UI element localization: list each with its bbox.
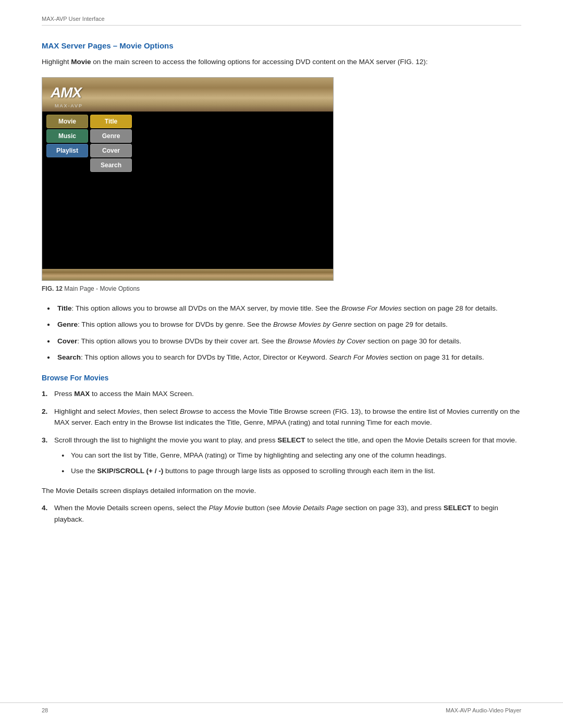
search-button[interactable]: Search xyxy=(90,158,132,172)
step-2: 2. Highlight and select Movies, then sel… xyxy=(42,406,521,428)
standalone-text: The Movie Details screen displays detail… xyxy=(42,485,521,497)
fig-num: FIG. 12 xyxy=(42,285,63,292)
step4-select: SELECT xyxy=(444,504,471,512)
caption-text: Main Page - Movie Options xyxy=(64,285,140,292)
step-1: 1. Press MAX to access the Main MAX Scre… xyxy=(42,388,521,400)
music-button[interactable]: Music xyxy=(46,129,88,143)
product-name: MAX-AVP Audio-Video Player xyxy=(446,707,521,713)
sub-bullet-skip: Use the SKIP/SCROLL (+ / -) buttons to p… xyxy=(62,465,521,477)
svg-text:AMX: AMX xyxy=(51,84,83,100)
step2-movies: Movies xyxy=(118,408,140,415)
amx-logo-text: AMX xyxy=(51,84,87,102)
screenshot-menu: Movie Music Playlist Title Genre Cover S… xyxy=(42,112,333,175)
step-3: 3. Scroll through the list to highlight … xyxy=(42,435,521,477)
page-wrapper: MAX-AVP User Interface MAX Server Pages … xyxy=(0,0,563,564)
genre-bold: Genre xyxy=(57,320,78,328)
amx-logo: AMX MAX-AVP xyxy=(51,84,87,108)
fig-caption: FIG. 12 Main Page - Movie Options xyxy=(42,285,521,292)
menu-right: Title Genre Cover Search xyxy=(90,115,132,172)
title-bold: Title xyxy=(57,304,72,312)
amx-logo-sub: MAX-AVP xyxy=(55,103,83,108)
list-item-genre: Genre: This option allows you to browse … xyxy=(47,319,521,330)
cover-ref: Browse Movies by Cover xyxy=(288,337,365,345)
header-label: MAX-AVP User Interface xyxy=(42,16,105,22)
play-movie-italic: Play Movie xyxy=(209,504,243,512)
list-item-search: Search: This option allows you to search… xyxy=(47,352,521,363)
step3-select: SELECT xyxy=(277,436,305,444)
cover-bold: Cover xyxy=(57,337,77,345)
cover-button[interactable]: Cover xyxy=(90,144,132,157)
step4-list: 4. When the Movie Details screen opens, … xyxy=(42,502,521,525)
genre-button[interactable]: Genre xyxy=(90,129,132,143)
step1-num: 1. xyxy=(42,388,47,400)
menu-left: Movie Music Playlist xyxy=(46,115,88,157)
skip-scroll-bold: SKIP/SCROLL (+ / -) xyxy=(97,467,163,475)
page-number: 28 xyxy=(42,707,48,713)
sub-bullet-sort: You can sort the list by Title, Genre, M… xyxy=(62,450,521,461)
intro-rest: on the main screen to access the followi… xyxy=(91,58,428,66)
section-heading: MAX Server Pages – Movie Options xyxy=(42,41,521,50)
title-ref: Browse For Movies xyxy=(341,304,402,312)
screenshot-header: AMX MAX-AVP xyxy=(42,78,333,112)
step2-num: 2. xyxy=(42,406,47,417)
movie-button[interactable]: Movie xyxy=(46,115,88,128)
step2-browse: Browse xyxy=(180,408,203,415)
search-bold: Search xyxy=(57,353,81,361)
screenshot-footer xyxy=(42,269,333,280)
browse-steps: 1. Press MAX to access the Main MAX Scre… xyxy=(42,388,521,477)
step-4: 4. When the Movie Details screen opens, … xyxy=(42,502,521,525)
browse-heading: Browse For Movies xyxy=(42,374,521,382)
step3-subbullets: You can sort the list by Title, Genre, M… xyxy=(54,450,521,476)
list-item-cover: Cover: This option allows you to browse … xyxy=(47,336,521,347)
screenshot-content xyxy=(42,175,333,269)
movie-details-page-italic: Movie Details Page xyxy=(283,504,343,512)
feature-list: Title: This option allows you to browse … xyxy=(42,303,521,363)
page-footer: 28 MAX-AVP Audio-Video Player xyxy=(0,702,563,718)
step1-max: MAX xyxy=(74,390,90,398)
page-header: MAX-AVP User Interface xyxy=(42,16,521,26)
title-button[interactable]: Title xyxy=(90,115,132,128)
search-ref: Search For Movies xyxy=(329,353,388,361)
playlist-button[interactable]: Playlist xyxy=(46,144,88,157)
list-item-title: Title: This option allows you to browse … xyxy=(47,303,521,314)
step4-num: 4. xyxy=(42,502,47,514)
screenshot-container: AMX MAX-AVP Movie Music Playlist Title G… xyxy=(42,77,334,281)
step3-num: 3. xyxy=(42,435,47,446)
intro-bold: Movie xyxy=(71,58,91,66)
intro-paragraph: Highlight Movie on the main screen to ac… xyxy=(42,56,521,68)
genre-ref: Browse Movies by Genre xyxy=(273,320,352,328)
